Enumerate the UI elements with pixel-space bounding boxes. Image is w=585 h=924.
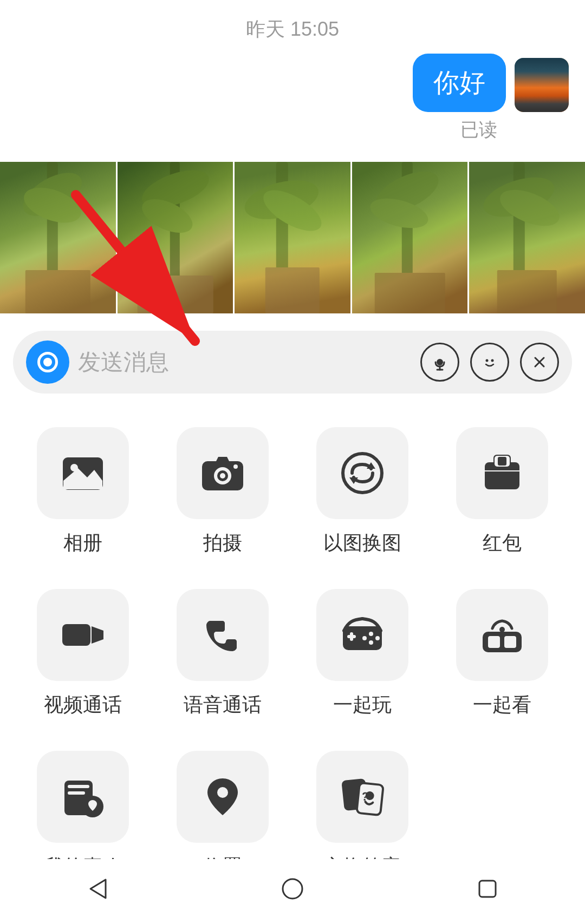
voice-call-icon-box — [177, 589, 269, 681]
exchange-icon-box: ? — [316, 751, 408, 843]
album-icon-box — [37, 427, 129, 519]
album-label: 相册 — [63, 530, 102, 556]
svg-rect-3 — [25, 270, 90, 313]
play-together-icon-box — [316, 589, 408, 681]
svg-rect-7 — [137, 276, 213, 313]
action-watch-together[interactable]: 一起看 — [432, 573, 572, 735]
svg-point-38 — [233, 464, 238, 469]
image-swap-label: 以图换图 — [323, 530, 401, 556]
bubble-row: 你好 — [413, 54, 569, 112]
photo-item-5[interactable] — [469, 162, 585, 313]
svg-point-51 — [369, 632, 373, 636]
message-area: 你好 已读 — [0, 54, 585, 162]
voice-icon[interactable] — [420, 343, 459, 382]
camera-toggle-button[interactable] — [26, 340, 69, 384]
action-voice-call[interactable]: 语音通话 — [153, 573, 292, 735]
svg-point-58 — [499, 627, 505, 632]
home-button[interactable] — [265, 870, 320, 908]
voice-call-label: 语音通话 — [184, 692, 262, 718]
camera-icon — [37, 352, 58, 372]
recent-button[interactable] — [460, 870, 515, 908]
input-bar[interactable]: 发送消息 — [13, 331, 572, 394]
video-call-icon-box — [37, 589, 129, 681]
svg-point-37 — [220, 473, 225, 479]
timestamp: 昨天 15:05 — [246, 16, 339, 43]
svg-point-25 — [486, 359, 489, 362]
action-album[interactable]: 相册 — [13, 411, 153, 573]
svg-rect-56 — [488, 636, 500, 648]
svg-rect-61 — [68, 785, 89, 788]
svg-text:?: ? — [361, 789, 369, 803]
svg-rect-57 — [504, 636, 516, 648]
watch-together-label: 一起看 — [473, 692, 531, 718]
watch-together-icon-box — [456, 589, 548, 681]
photo-item-1[interactable] — [0, 162, 116, 313]
svg-rect-15 — [375, 273, 445, 313]
svg-marker-47 — [92, 626, 103, 644]
redpacket-label: 红包 — [483, 530, 522, 556]
read-status: 已读 — [460, 117, 569, 142]
actions-grid: 相册 拍摄 以图换图 — [0, 411, 585, 896]
svg-point-52 — [375, 636, 380, 640]
svg-point-39 — [343, 454, 382, 493]
back-button[interactable] — [70, 870, 125, 908]
action-video-call[interactable]: 视频通话 — [13, 573, 153, 735]
svg-point-72 — [283, 879, 302, 899]
svg-point-22 — [437, 359, 443, 365]
video-call-label: 视频通话 — [44, 692, 122, 718]
photo-item-2[interactable] — [118, 162, 233, 313]
favorites-icon-box — [37, 751, 129, 843]
photo-strip[interactable] — [0, 162, 585, 313]
svg-rect-50 — [350, 632, 353, 641]
action-camera[interactable]: 拍摄 — [153, 411, 292, 573]
photo-item-4[interactable] — [352, 162, 468, 313]
action-redpacket[interactable]: 红包 — [432, 411, 572, 573]
svg-rect-19 — [497, 270, 557, 313]
bottom-nav — [0, 859, 585, 924]
input-icon-group — [420, 343, 559, 382]
close-icon[interactable] — [520, 343, 559, 382]
svg-rect-33 — [63, 481, 102, 489]
svg-point-26 — [491, 359, 494, 362]
play-together-label: 一起玩 — [333, 692, 392, 718]
emoji-icon[interactable] — [470, 343, 509, 382]
svg-marker-71 — [90, 880, 106, 898]
svg-rect-46 — [62, 624, 90, 646]
message-input[interactable]: 发送消息 — [78, 347, 412, 377]
message-bubble: 你好 — [413, 54, 506, 112]
camera-label: 拍摄 — [203, 530, 242, 556]
svg-rect-62 — [68, 791, 85, 795]
camera-icon-box — [177, 427, 269, 519]
svg-rect-73 — [479, 881, 496, 897]
time-bar: 昨天 15:05 — [0, 0, 585, 54]
svg-point-64 — [217, 787, 228, 798]
svg-point-54 — [362, 636, 367, 640]
svg-point-53 — [369, 640, 373, 645]
location-icon-box — [177, 751, 269, 843]
avatar — [515, 58, 569, 112]
action-image-swap[interactable]: 以图换图 — [292, 411, 432, 573]
photo-item-3[interactable] — [235, 162, 350, 313]
action-play-together[interactable]: 一起玩 — [292, 573, 432, 735]
image-swap-icon-box — [316, 427, 408, 519]
svg-rect-11 — [265, 267, 320, 313]
svg-rect-45 — [498, 457, 506, 466]
redpacket-icon-box — [456, 427, 548, 519]
